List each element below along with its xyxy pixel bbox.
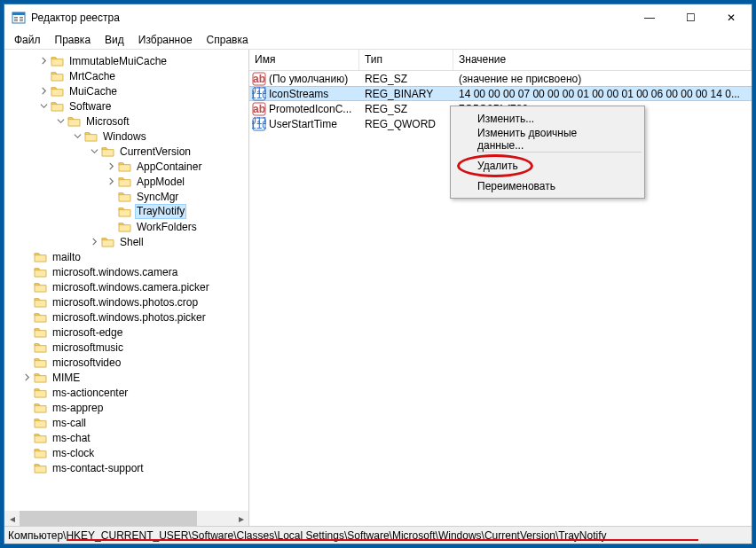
tree-node-chat[interactable]: ms-chat bbox=[4, 430, 248, 445]
ctx-rename[interactable]: Переименовать bbox=[453, 176, 642, 196]
tree-node-photospicker[interactable]: microsoft.windows.photos.picker bbox=[4, 309, 248, 325]
tree-node-edge[interactable]: microsoft-edge bbox=[4, 325, 248, 340]
tree-node-software[interactable]: Software bbox=[4, 98, 248, 114]
folder-icon bbox=[34, 417, 47, 428]
value-row[interactable]: IconStreamsREG_BINARY14 00 00 00 07 00 0… bbox=[249, 86, 752, 101]
chevron-right-icon[interactable] bbox=[89, 236, 100, 247]
titlebar[interactable]: Редактор реестра — ☐ ✕ bbox=[4, 4, 752, 31]
value-type: REG_BINARY bbox=[359, 88, 453, 100]
folder-icon bbox=[34, 372, 47, 383]
tree-node-contactsupport[interactable]: ms-contact-support bbox=[4, 460, 248, 475]
folder-icon bbox=[118, 176, 131, 187]
chevron-down-icon[interactable] bbox=[89, 145, 100, 157]
chevron-right-icon[interactable] bbox=[106, 176, 117, 187]
tree-label: MIME bbox=[51, 372, 82, 384]
value-name-cell: IconStreams bbox=[249, 87, 359, 101]
ctx-delete[interactable]: Удалить bbox=[453, 155, 642, 176]
window-title: Редактор реестра bbox=[31, 12, 629, 24]
tree-node-call[interactable]: ms-call bbox=[4, 415, 248, 430]
chevron-down-icon[interactable] bbox=[55, 115, 67, 127]
value-row[interactable]: (По умолчанию)REG_SZ(значение не присвое… bbox=[249, 71, 752, 86]
tree-label: microsoftmusic bbox=[51, 341, 125, 354]
scroll-track[interactable] bbox=[20, 511, 233, 526]
tree-node-shell[interactable]: Shell bbox=[4, 234, 248, 249]
tree-label: ms-chat bbox=[51, 432, 92, 444]
value-data: (значение не присвоено) bbox=[453, 73, 752, 85]
header-value[interactable]: Значение bbox=[453, 50, 752, 70]
chevron-down-icon[interactable] bbox=[38, 100, 50, 112]
chevron-right-icon[interactable] bbox=[106, 160, 117, 172]
value-name: (По умолчанию) bbox=[269, 73, 348, 85]
tree-node-traynotify[interactable]: TrayNotify bbox=[4, 204, 248, 219]
tree-node-mime[interactable]: MIME bbox=[4, 370, 248, 385]
tree-label: microsoftvideo bbox=[51, 356, 122, 369]
expander-spacer bbox=[21, 447, 33, 458]
folder-icon bbox=[34, 266, 47, 278]
tree-label: Windows bbox=[101, 130, 148, 143]
expander-spacer bbox=[21, 417, 33, 428]
string-value-icon bbox=[252, 72, 266, 86]
menu-help[interactable]: Справка bbox=[201, 32, 255, 48]
tree-node-actioncenter[interactable]: ms-actioncenter bbox=[4, 385, 248, 400]
folder-icon bbox=[34, 402, 47, 413]
tree-label: ms-call bbox=[51, 417, 88, 429]
app-icon bbox=[12, 11, 26, 25]
tree-label: AppContainer bbox=[135, 160, 203, 173]
chevron-down-icon[interactable] bbox=[72, 130, 83, 142]
tree-node-apprep[interactable]: ms-apprep bbox=[4, 400, 248, 415]
tree-label: ms-actioncenter bbox=[51, 387, 130, 399]
tree-node-clock[interactable]: ms-clock bbox=[4, 445, 248, 460]
scroll-left-button[interactable]: ◂ bbox=[4, 511, 20, 526]
binary-value-icon bbox=[252, 87, 266, 101]
tree-node-photoscrop[interactable]: microsoft.windows.photos.crop bbox=[4, 294, 248, 309]
expander-spacer bbox=[21, 462, 33, 474]
folder-icon bbox=[34, 356, 47, 368]
folder-icon bbox=[101, 236, 114, 247]
tree-label: microsoft-edge bbox=[51, 326, 124, 339]
close-button[interactable]: ✕ bbox=[711, 4, 752, 31]
tree-label: TrayNotify bbox=[135, 204, 186, 219]
value-data: 14 00 00 00 07 00 00 00 01 00 00 01 00 0… bbox=[453, 88, 752, 100]
tree-node-workfolders[interactable]: WorkFolders bbox=[4, 219, 248, 234]
minimize-button[interactable]: — bbox=[629, 4, 670, 31]
folder-icon bbox=[34, 341, 47, 353]
scroll-thumb[interactable] bbox=[20, 511, 197, 526]
tree-node-music[interactable]: microsoftmusic bbox=[4, 340, 248, 355]
registry-tree[interactable]: ImmutableMuiCacheMrtCacheMuiCacheSoftwar… bbox=[4, 50, 248, 475]
tree-node-microsoft[interactable]: Microsoft bbox=[4, 114, 248, 129]
values-header: Имя Тип Значение bbox=[249, 50, 752, 71]
folder-icon bbox=[51, 70, 64, 82]
tree-node-windows[interactable]: Windows bbox=[4, 129, 248, 144]
header-name[interactable]: Имя bbox=[249, 50, 359, 70]
tree-node-appcontainer[interactable]: AppContainer bbox=[4, 159, 248, 174]
tree-label: Microsoft bbox=[84, 115, 131, 128]
tree-node-camerapicker[interactable]: microsoft.windows.camera.picker bbox=[4, 279, 248, 294]
menu-view[interactable]: Вид bbox=[98, 32, 130, 48]
tree-node-mui[interactable]: MuiCache bbox=[4, 83, 248, 98]
chevron-right-icon[interactable] bbox=[21, 372, 33, 383]
folder-icon bbox=[101, 145, 114, 157]
tree-node-syncmgr[interactable]: SyncMgr bbox=[4, 189, 248, 204]
tree-node-camera[interactable]: microsoft.windows.camera bbox=[4, 264, 248, 279]
menu-file[interactable]: Файл bbox=[8, 32, 47, 48]
tree-node-appmodel[interactable]: AppModel bbox=[4, 174, 248, 189]
folder-icon bbox=[34, 281, 47, 293]
menu-edit[interactable]: Правка bbox=[49, 32, 98, 48]
tree-horizontal-scrollbar[interactable]: ◂ ▸ bbox=[4, 511, 248, 526]
chevron-right-icon[interactable] bbox=[38, 55, 50, 67]
maximize-button[interactable]: ☐ bbox=[670, 4, 711, 31]
tree-node-mailto[interactable]: mailto bbox=[4, 249, 248, 264]
menu-favorites[interactable]: Избранное bbox=[132, 32, 199, 48]
tree-node-immutable[interactable]: ImmutableMuiCache bbox=[4, 53, 248, 68]
chevron-right-icon[interactable] bbox=[38, 85, 50, 97]
expander-spacer bbox=[21, 296, 33, 308]
scroll-right-button[interactable]: ▸ bbox=[233, 511, 248, 526]
header-type[interactable]: Тип bbox=[359, 50, 453, 70]
tree-node-currentversion[interactable]: CurrentVersion bbox=[4, 144, 248, 159]
tree-node-video[interactable]: microsoftvideo bbox=[4, 355, 248, 370]
expander-spacer bbox=[21, 341, 33, 353]
tree-pane: ImmutableMuiCacheMrtCacheMuiCacheSoftwar… bbox=[4, 50, 249, 526]
ctx-modify-binary[interactable]: Изменить двоичные данные... bbox=[453, 129, 642, 149]
tree-label: WorkFolders bbox=[135, 221, 199, 233]
tree-node-mrt[interactable]: MrtCache bbox=[4, 68, 248, 83]
